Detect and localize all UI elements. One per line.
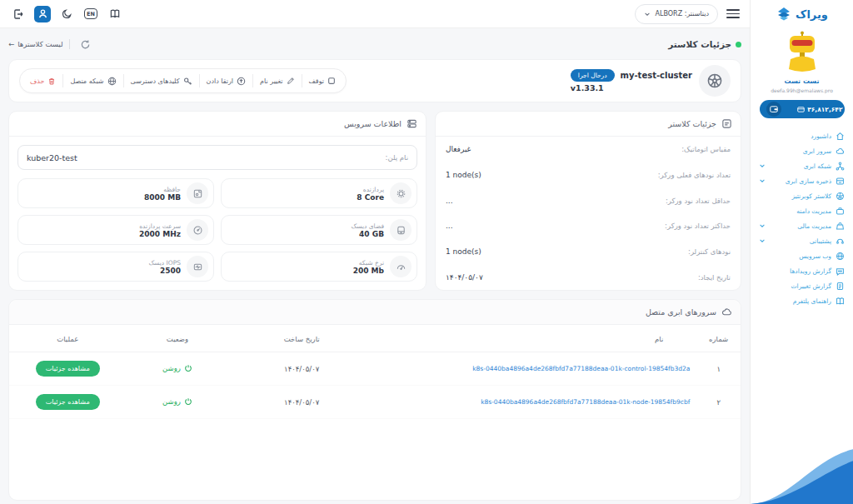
avatar[interactable] [781, 31, 824, 72]
access-keys-button[interactable]: کلیدهای دسترسی [124, 74, 200, 87]
back-arrow-icon: ← [8, 40, 14, 48]
cluster-version: v1.33.1 [571, 83, 692, 92]
detail-row-autoscale: مقیاس اتوماتیک: غیرفعال [446, 145, 731, 153]
sidebar-item-cloud-storage[interactable]: ذخیره سازی ابری [759, 173, 845, 188]
disk-iops-icon [187, 256, 208, 277]
brand-logo[interactable]: ویراک [751, 0, 853, 22]
card-icon [797, 106, 805, 113]
upgrade-icon [237, 77, 246, 86]
status-dot [736, 42, 741, 47]
spec-cpu: پردازنده 8 Core [221, 178, 417, 208]
plan-name-field[interactable]: نام پلن: kuber20-test [17, 145, 417, 170]
wallet-balance: ۳۶,۸۱۲,۶۴۲ [807, 106, 842, 113]
delete-button[interactable]: حذف [23, 74, 63, 87]
datacenter-select[interactable]: دیتاسنتر: ALBORZ [635, 4, 718, 24]
column-number: شماره [696, 325, 741, 352]
rename-button[interactable]: تغییر نام [253, 74, 302, 87]
column-actions: عملیات [9, 325, 127, 352]
divider [69, 39, 70, 49]
spec-disk-iops: IOPS دیسک 2500 [17, 252, 214, 282]
detail-row-max-workers: حداکثر تعداد نود ورکر: ... [446, 222, 731, 230]
service-card-title: اطلاعات سرویس [344, 119, 402, 128]
details-card-title: جزئیات کلاستر [668, 119, 716, 128]
network-rate-icon [390, 256, 412, 277]
service-info-icon [407, 118, 417, 129]
moon-icon[interactable] [58, 6, 75, 22]
back-to-clusters-link[interactable]: ← لیست کلاسترها [8, 40, 62, 48]
wallet-button[interactable]: ۳۶,۸۱۲,۶۴۲ [760, 100, 845, 118]
sidebar-item-label: شبکه ابری [804, 162, 831, 170]
column-status: وضعیت [127, 325, 229, 352]
sidebar-item-label: گزارش تغییرات [791, 282, 831, 290]
user-name[interactable]: تست تست [751, 77, 853, 85]
access-keys-icon [183, 77, 192, 86]
power-icon [184, 364, 192, 372]
sidebar-item-label: کلاستر کوبرنتیز [791, 192, 831, 200]
row-number: ۲ [696, 386, 741, 419]
sidebar-item-changes-report[interactable]: گزارش تغییرات [759, 278, 845, 293]
sidebar: ویراک تست تست deefa.99h@emalaws.pro ۳۶,۸… [750, 0, 853, 504]
sidebar-item-web-service[interactable]: وب سرویس [759, 248, 845, 263]
sidebar-item-dashboard[interactable]: داشبورد [759, 128, 845, 143]
logout-icon[interactable] [10, 6, 27, 22]
sidebar-item-events-report[interactable]: گزارش رویدادها [759, 263, 845, 278]
sidebar-item-domain-management[interactable]: مدیریت دامنه [759, 203, 845, 218]
web-service-icon [836, 252, 845, 261]
sidebar-item-platform-guide[interactable]: راهنمای پلتفرم [759, 293, 845, 308]
view-details-button[interactable]: مشاهده جزئیات [36, 394, 100, 410]
trash-icon [47, 77, 56, 86]
guide-book-icon[interactable] [107, 6, 123, 22]
sidebar-item-label: مدیریت دامنه [796, 207, 831, 215]
details-icon [721, 118, 732, 129]
cloud-network-icon [836, 162, 845, 171]
detail-row-current-workers: تعداد نودهای فعلی ورکر: 1 node(s) [446, 171, 731, 179]
servers-card-title: سرورهای ابری متصل [646, 307, 716, 317]
sidebar-item-cloud-server[interactable]: سرور ابری [759, 143, 845, 158]
platform-guide-icon [836, 297, 845, 306]
column-name: نام [375, 325, 696, 352]
sidebar-item-label: مدیریت مالی [797, 222, 831, 230]
sidebar-item-cloud-network[interactable]: شبکه ابری [759, 158, 845, 173]
power-icon [184, 397, 192, 406]
domain-icon [836, 207, 845, 216]
chevron-down-icon [759, 162, 766, 169]
topbar: دیتاسنتر: ALBORZ EN [0, 0, 750, 28]
spec-cpu-speed: سرعت پردازنده 2000 MHz [17, 215, 214, 245]
support-icon [836, 237, 845, 246]
events-report-icon [836, 267, 845, 276]
service-info-card: اطلاعات سرویس نام پلن: kuber20-test پردا… [8, 111, 426, 291]
language-icon[interactable]: EN [82, 6, 99, 22]
server-name-link[interactable]: k8s-0440ba4896a4de268fbfd7a77188deaa-01k… [472, 365, 690, 372]
connected-servers-card: سرورهای ابری متصل شماره نام تاریخ ساخت و… [8, 299, 741, 501]
stop-button[interactable]: توقف [302, 74, 342, 87]
chevron-down-icon [644, 11, 651, 17]
brand-logo-text: ویراک [796, 8, 828, 21]
view-details-button[interactable]: مشاهده جزئیات [36, 361, 100, 377]
cloud-storage-icon [836, 177, 845, 186]
refresh-icon[interactable] [77, 36, 93, 52]
kubernetes-icon [836, 192, 845, 201]
sidebar-item-label: وب سرویس [799, 252, 831, 260]
page-title: جزئیات کلاستر [668, 39, 741, 49]
hamburger-menu-icon[interactable] [726, 7, 740, 21]
sidebar-item-financial-management[interactable]: مدیریت مالی [759, 218, 845, 233]
sidebar-wave-decoration [751, 429, 853, 504]
sidebar-item-label: ذخیره سازی ابری [786, 177, 831, 185]
sidebar-item-support[interactable]: پشتیبانی [759, 233, 845, 248]
chevron-down-icon [759, 237, 766, 244]
row-number: ۱ [696, 352, 741, 386]
cluster-actions: توقف تغییر نام ارتقا دادن کلیدهای دسترسی… [19, 68, 347, 93]
sidebar-item-kubernetes-cluster[interactable]: کلاستر کوبرنتیز [759, 188, 845, 203]
spec-memory: حافظه 8000 MB [17, 178, 214, 208]
plan-name-value: kuber20-test [27, 153, 77, 162]
detail-row-created-date: تاریخ ایجاد: ۱۴۰۴/۰۵/۰۷ [446, 273, 731, 282]
connected-network-button[interactable]: شبکه متصل [63, 74, 123, 87]
upgrade-button[interactable]: ارتقا دادن [200, 74, 254, 87]
cpu-speed-icon [187, 219, 208, 241]
cloud-icon [721, 307, 732, 317]
user-icon[interactable] [34, 6, 51, 22]
chevron-down-icon [759, 222, 766, 229]
wallet-icon [766, 102, 781, 117]
server-status: روشن [162, 397, 192, 406]
server-name-link[interactable]: k8s-0440ba4896a4de268fbfd7a77188deaa-01k… [481, 398, 690, 406]
